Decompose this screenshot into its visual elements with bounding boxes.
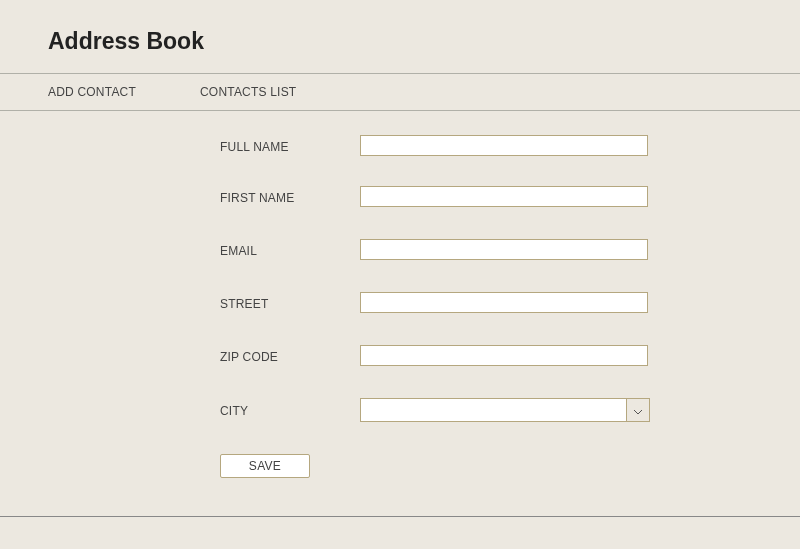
nav-bar: ADD CONTACT CONTACTS LIST: [0, 73, 800, 111]
label-street: STREET: [220, 295, 360, 311]
chevron-down-icon: [633, 401, 643, 419]
label-full-name: FULL NAME: [220, 138, 360, 154]
label-first-name: FIRST NAME: [220, 189, 360, 205]
page-title: Address Book: [48, 28, 800, 55]
city-dropdown-button[interactable]: [626, 398, 650, 422]
row-city: CITY: [220, 398, 800, 422]
add-contact-form: FULL NAME FIRST NAME EMAIL STREET ZIP CO…: [0, 111, 800, 478]
row-zip-code: ZIP CODE: [220, 345, 800, 366]
nav-contacts-list[interactable]: CONTACTS LIST: [200, 85, 296, 99]
input-email[interactable]: [360, 239, 648, 260]
footer-divider: [0, 516, 800, 517]
input-full-name[interactable]: [360, 135, 648, 156]
input-first-name[interactable]: [360, 186, 648, 207]
row-full-name: FULL NAME: [220, 135, 800, 156]
row-email: EMAIL: [220, 239, 800, 260]
save-button[interactable]: SAVE: [220, 454, 310, 478]
input-zip-code[interactable]: [360, 345, 648, 366]
row-street: STREET: [220, 292, 800, 313]
row-save: SAVE: [220, 454, 800, 478]
header: Address Book: [0, 0, 800, 73]
city-select[interactable]: [360, 398, 650, 422]
input-city[interactable]: [360, 398, 626, 422]
nav-add-contact[interactable]: ADD CONTACT: [48, 85, 200, 99]
label-email: EMAIL: [220, 242, 360, 258]
row-first-name: FIRST NAME: [220, 186, 800, 207]
label-zip-code: ZIP CODE: [220, 348, 360, 364]
label-city: CITY: [220, 402, 360, 418]
input-street[interactable]: [360, 292, 648, 313]
